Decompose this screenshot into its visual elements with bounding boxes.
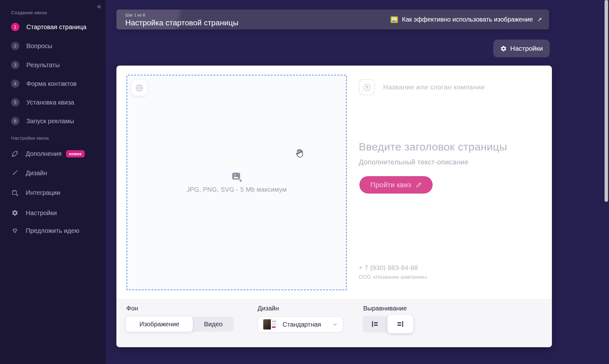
sidebar-item-start-page[interactable]: 1 Стартовая страница [11,22,86,32]
align-left-icon [371,320,379,328]
company-name-placeholder[interactable]: Название или слоган компании [383,83,485,91]
settings-button-label: Настройки [510,45,543,52]
step-number-badge: 2 [11,42,19,50]
step-number-badge: 1 [11,23,19,31]
chevron-down-icon [332,322,338,327]
sidebar-item-integrations[interactable]: Интеграции [11,188,60,197]
page-scrollbar[interactable] [605,0,608,202]
step-indicator: Шаг 1 из 6 [125,13,145,17]
sidebar: « Создание квиза 1 Стартовая страница 2 … [0,0,106,364]
alignment-toggle [363,316,413,332]
sidebar-item-questions[interactable]: 2 Вопросы [11,41,52,51]
editor-footer-controls: Фон Изображение Видео Дизайн Стандартная [116,299,552,347]
page-description-placeholder[interactable]: Дополнительный текст-описание [359,158,468,166]
upload-hint-text: JPG, PNG, SVG - 5 Mb максимум [187,186,287,193]
sidebar-item-label: Вопросы [26,42,52,50]
align-right-button[interactable] [387,315,413,333]
sidebar-item-design[interactable]: Дизайн [11,168,47,178]
sidebar-item-label: Результаты [26,61,60,69]
brush-icon [11,169,19,177]
sidebar-item-label: Стартовая страница [26,23,86,31]
tag-plus-icon [11,150,19,157]
sidebar-item-label: Дизайн [26,169,47,177]
phone-placeholder[interactable]: + 7 (930) 883-84-88 [359,264,418,271]
help-link[interactable]: Как эффективно использовать изображение … [390,10,542,29]
sidebar-item-label: Настройки [26,209,57,217]
new-badge: новое [66,150,84,157]
design-select[interactable]: Стандартная [258,316,343,332]
upload-arrow-icon [362,82,372,93]
step-number-badge: 3 [11,61,19,69]
step-number-badge: 4 [11,80,19,88]
sidebar-section-title-settings: Настройки квиза [11,135,49,141]
gear-icon [136,84,143,92]
alignment-label: Выравнивание [363,305,407,312]
page-heading-placeholder[interactable]: Введите заголовок страницы [359,141,507,153]
background-image-dropzone[interactable]: JPG, PNG, SVG - 5 Mb максимум [127,75,347,290]
design-preview-thumbnail [263,319,278,330]
sidebar-item-label: Дополнения [26,150,62,157]
sidebar-item-label: Интеграции [26,189,60,196]
background-label: Фон [126,305,138,312]
sidebar-item-label: Установка квиза [26,99,74,106]
design-label: Дизайн [258,305,279,312]
help-link-label: Как эффективно использовать изображение [402,16,533,23]
step-header-bar: Шаг 1 из 6 Настройка стартовой страницы … [116,10,549,29]
gear-icon [500,45,507,52]
hand-cursor-icon [294,147,305,160]
background-option-video[interactable]: Видео [193,316,234,332]
framed-picture-emoji [390,16,398,24]
sidebar-item-settings[interactable]: Настройки [11,208,57,218]
start-page-editor-card: JPG, PNG, SVG - 5 Mb максимум Название и… [116,66,552,347]
background-type-toggle: Изображение Видео [126,316,234,332]
sidebar-item-suggest-idea[interactable]: Предложить идею [11,226,79,235]
sidebar-section-title-create: Создание квиза [11,10,47,15]
sidebar-item-label: Предложить идею [26,227,79,234]
image-settings-button[interactable] [131,80,147,96]
background-option-image[interactable]: Изображение [126,316,193,332]
design-select-value: Стандартная [283,321,321,328]
add-image-icon [231,172,242,182]
start-quiz-button[interactable]: Пройти квиз [359,176,433,194]
gear-icon [11,209,19,217]
sidebar-item-addons[interactable]: Дополнения новое [11,149,85,158]
company-logo-upload[interactable] [359,79,375,95]
step-number-badge: 6 [11,117,19,125]
page-title: Настройка стартовой страницы [125,18,239,27]
sidebar-item-label: Форма контактов [26,80,77,87]
step-number-badge: 5 [11,98,19,106]
align-right-icon [396,320,404,328]
integrations-icon [11,189,19,196]
start-quiz-button-label: Пройти квиз [370,181,411,189]
sidebar-collapse-icon[interactable]: « [97,2,101,11]
external-arrow-icon: ↗ [537,16,542,23]
sidebar-item-results[interactable]: 3 Результаты [11,60,60,70]
align-left-button[interactable] [363,316,387,332]
sidebar-item-label: Запуск рекламы [26,118,74,125]
company-legal-placeholder[interactable]: ООО «Название компании» [359,274,427,280]
lightbulb-icon [11,227,19,234]
sidebar-item-contact-form[interactable]: 4 Форма контактов [11,79,77,88]
sidebar-item-ad-launch[interactable]: 6 Запуск рекламы [11,116,74,126]
sidebar-item-quiz-install[interactable]: 5 Установка квиза [11,98,74,107]
quiz-settings-button[interactable]: Настройки [493,40,550,57]
pencil-icon [416,182,422,188]
